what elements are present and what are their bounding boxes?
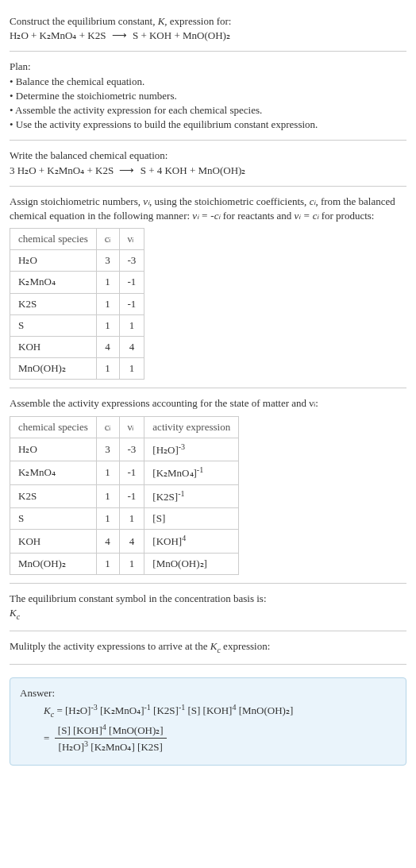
table-row: K2S1-1: [10, 293, 144, 314]
plan-item: • Assemble the activity expression for e…: [10, 103, 406, 118]
stoich-table: chemical speciescᵢνᵢH₂O3-3K₂MnO₄1-1K2S1-…: [10, 228, 144, 380]
table-row: H₂O3-3: [10, 250, 144, 272]
cell-activity: [H₂O]-3: [144, 438, 239, 461]
cell-species: S: [10, 314, 97, 336]
cell-ci: 4: [96, 337, 119, 358]
table-row: S11[S]: [10, 508, 239, 530]
plan-item: • Balance the chemical equation.: [10, 75, 406, 89]
answer-box: Answer: Kc = [H₂O]-3 [K₂MnO₄]-1 [K2S]-1 …: [10, 677, 406, 766]
expr-term: [K2S]: [151, 704, 179, 716]
answer-body: Kc = [H₂O]-3 [K₂MnO₄]-1 [K2S]-1 [S] [KOH…: [20, 702, 396, 755]
plan-heading: Plan:: [10, 60, 406, 74]
cell-ci: 3: [96, 250, 119, 272]
cell-nu: 1: [119, 554, 144, 575]
cell-nu: 1: [119, 508, 144, 530]
intro-equation: H₂O + K₂MnO₄ + K2S ⟶ S + KOH + MnO(OH)₂: [10, 29, 406, 43]
cell-species: K2S: [10, 484, 97, 508]
assign-nu: νᵢ: [143, 195, 149, 207]
assign-text: Assign stoichiometric numbers, νᵢ, using…: [10, 195, 406, 223]
expr-term: [S]: [58, 724, 71, 736]
plan-item-text: Balance the chemical equation.: [16, 75, 144, 87]
assign-rel1: νᵢ = -cᵢ: [192, 210, 220, 222]
table-row: H₂O3-3[H₂O]-3: [10, 438, 239, 461]
symbol-text: The equilibrium constant symbol in the c…: [10, 592, 406, 606]
balanced-eq-lhs: 3 H₂O + K₂MnO₄ + K2S: [10, 164, 114, 176]
cell-activity: [KOH]4: [144, 530, 239, 554]
cell-activity: [S]: [144, 508, 239, 530]
intro-eq-rhs: S + KOH + MnO(OH)₂: [133, 29, 230, 41]
expr-term: [S]: [185, 704, 200, 716]
cell-nu: -3: [119, 438, 144, 461]
table-row: K₂MnO₄1-1[K₂MnO₄]-1: [10, 461, 239, 485]
expr-term: [KOH]: [200, 704, 232, 716]
cell-species: MnO(OH)₂: [10, 358, 97, 380]
assign-rel2: νᵢ = cᵢ: [295, 210, 319, 222]
table-header: νᵢ: [119, 416, 144, 438]
balanced-section: Write the balanced chemical equation: 3 …: [10, 141, 406, 186]
cell-nu: 4: [119, 337, 144, 358]
table-row: KOH44: [10, 337, 144, 358]
plan-item-text: Determine the stoichiometric numbers.: [16, 90, 177, 102]
answer-line1: Kc = [H₂O]-3 [K₂MnO₄]-1 [K2S]-1 [S] [KOH…: [44, 702, 396, 720]
balanced-heading: Write the balanced chemical equation:: [10, 149, 406, 163]
expr-term: [H₂O]: [65, 704, 91, 716]
cell-species: K₂MnO₄: [10, 272, 97, 293]
intro-section: Construct the equilibrium constant, K, e…: [10, 6, 406, 52]
cell-nu: 1: [119, 314, 144, 336]
assign-section: Assign stoichiometric numbers, νᵢ, using…: [10, 187, 406, 389]
assign-t2: , using the stoichiometric coefficients,: [149, 195, 310, 207]
cell-activity: [MnO(OH)₂]: [144, 554, 239, 575]
multiply-kc: Kc: [210, 640, 221, 652]
table-row: KOH44[KOH]4: [10, 530, 239, 554]
intro-line1a: Construct the equilibrium constant,: [10, 15, 158, 27]
table-header: cᵢ: [96, 416, 119, 438]
table-row: K2S1-1[K2S]-1: [10, 484, 239, 508]
fraction-numerator: [S] [KOH]4 [MnO(OH)₂]: [55, 722, 167, 739]
cell-species: K₂MnO₄: [10, 461, 97, 485]
fraction-denominator: [H₂O]3 [K₂MnO₄] [K2S]: [55, 739, 167, 755]
activity-table: chemical speciescᵢνᵢactivity expressionH…: [10, 416, 239, 576]
cell-activity: [K2S]-1: [144, 484, 239, 508]
balanced-eq-rhs: S + 4 KOH + MnO(OH)₂: [141, 164, 246, 176]
intro-line1b: , expression for:: [164, 15, 231, 27]
intro-text: Construct the equilibrium constant, K, e…: [10, 14, 406, 29]
intro-eq-lhs: H₂O + K₂MnO₄ + K2S: [10, 29, 106, 41]
cell-nu: -1: [119, 484, 144, 508]
cell-nu: -1: [119, 461, 144, 485]
answer-kc: Kc: [44, 704, 54, 716]
multiply-text2: expression:: [221, 640, 270, 652]
cell-species: MnO(OH)₂: [10, 554, 97, 575]
cell-nu: 1: [119, 358, 144, 380]
expr-term: [K2S]: [135, 742, 163, 754]
assign-t1: Assign stoichiometric numbers,: [10, 195, 143, 207]
cell-nu: -3: [119, 250, 144, 272]
cell-species: KOH: [10, 530, 97, 554]
assemble-section: Assemble the activity expressions accoun…: [10, 388, 406, 584]
plan-item-text: Use the activity expressions to build th…: [16, 118, 318, 130]
cell-nu: -1: [119, 293, 144, 314]
multiply-text1: Mulitply the activity expressions to arr…: [10, 640, 210, 652]
expr-term: [H₂O]: [59, 742, 84, 754]
cell-species: H₂O: [10, 250, 97, 272]
cell-ci: 1: [96, 293, 119, 314]
plan-item-text: Assemble the activity expression for eac…: [15, 104, 262, 116]
cell-ci: 1: [96, 554, 119, 575]
assign-t4: for reactants and: [220, 210, 294, 222]
cell-ci: 1: [96, 508, 119, 530]
cell-nu: -1: [119, 272, 144, 293]
cell-activity: [K₂MnO₄]-1: [144, 461, 239, 485]
table-header: cᵢ: [96, 229, 119, 250]
cell-ci: 1: [96, 272, 119, 293]
cell-ci: 3: [96, 438, 119, 461]
table-header: chemical species: [10, 416, 97, 438]
table-row: MnO(OH)₂11[MnO(OH)₂]: [10, 554, 239, 575]
symbol-section: The equilibrium constant symbol in the c…: [10, 584, 406, 631]
table-row: S11: [10, 314, 144, 336]
cell-species: KOH: [10, 337, 97, 358]
answer-section: Answer: Kc = [H₂O]-3 [K₂MnO₄]-1 [K2S]-1 …: [10, 665, 406, 773]
cell-species: S: [10, 508, 97, 530]
answer-line2: = [S] [KOH]4 [MnO(OH)₂] [H₂O]3 [K₂MnO₄] …: [44, 722, 396, 755]
cell-ci: 1: [96, 461, 119, 485]
cell-nu: 4: [119, 530, 144, 554]
cell-ci: 1: [96, 358, 119, 380]
